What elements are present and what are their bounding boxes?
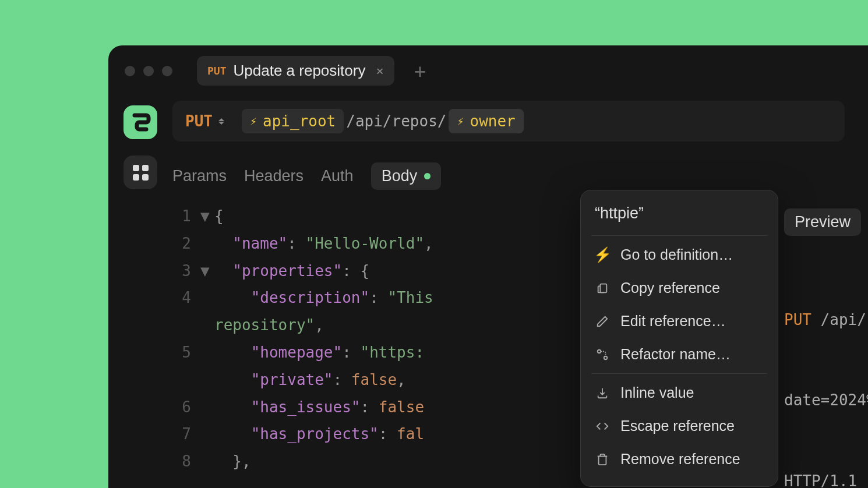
- menu-copy-reference[interactable]: Copy reference: [581, 271, 778, 305]
- line-number: 7: [172, 420, 200, 448]
- line-number: 5: [172, 339, 200, 366]
- titlebar: PUT Update a repository × +: [108, 45, 868, 96]
- tab-title: Update a repository: [234, 62, 366, 80]
- minimize-window[interactable]: [143, 66, 154, 76]
- menu-label: Go to definition…: [620, 246, 733, 263]
- line-number: 8: [172, 448, 200, 475]
- request-tabs: Params Headers Auth Body: [172, 162, 868, 190]
- tab-method-badge: PUT: [207, 65, 227, 77]
- context-menu: “httpie” ⚡ Go to definition… Copy refere…: [580, 190, 778, 487]
- menu-label: Escape reference: [620, 418, 735, 434]
- maximize-window[interactable]: [162, 66, 172, 76]
- download-icon: [595, 386, 610, 401]
- chevron-updown-icon: [218, 118, 224, 125]
- menu-inline-value[interactable]: Inline value: [581, 376, 778, 409]
- variable-chip-api-root[interactable]: ⚡ api_root: [242, 109, 344, 133]
- close-tab-icon[interactable]: ×: [376, 63, 383, 78]
- request-tab[interactable]: PUT Update a repository ×: [197, 56, 394, 86]
- divider: [591, 235, 767, 236]
- method-label: PUT: [185, 112, 213, 130]
- menu-label: Refactor name…: [620, 346, 731, 363]
- url-input[interactable]: ⚡ api_root /api/repos/ ⚡ owner: [242, 109, 524, 133]
- app-logo[interactable]: [124, 105, 157, 139]
- tab-preview[interactable]: Preview: [784, 208, 861, 236]
- svg-point-2: [604, 356, 608, 359]
- preview-content: PUT /api/repos/oc date=2024%2F05%2F HTTP…: [784, 252, 868, 488]
- tab-params[interactable]: Params: [172, 167, 227, 185]
- collections-button[interactable]: [124, 155, 157, 189]
- fold-icon[interactable]: ▼: [200, 203, 214, 230]
- context-menu-title: “httpie”: [581, 201, 778, 233]
- app-window: PUT Update a repository × + PUT: [108, 45, 868, 488]
- line-number: 1: [172, 203, 200, 230]
- url-bar[interactable]: PUT ⚡ api_root /api/repos/ ⚡ owner: [172, 101, 845, 142]
- preview-tabs: Preview Transactions: [784, 208, 868, 236]
- line-number: 2: [172, 230, 200, 257]
- line-number: 3: [172, 257, 200, 285]
- close-window[interactable]: [125, 66, 135, 76]
- add-tab-button[interactable]: +: [414, 59, 426, 83]
- tab-body-label: Body: [382, 167, 418, 185]
- variable-name: owner: [470, 112, 515, 130]
- menu-label: Copy reference: [620, 280, 720, 296]
- menu-label: Edit reference…: [620, 313, 726, 330]
- tab-headers[interactable]: Headers: [244, 167, 304, 185]
- trash-icon: [595, 452, 610, 467]
- tab-body[interactable]: Body: [371, 162, 442, 190]
- svg-point-1: [598, 349, 601, 353]
- grid-icon: [133, 165, 149, 181]
- menu-refactor-name[interactable]: Refactor name…: [581, 338, 778, 371]
- bolt-icon: ⚡: [457, 114, 464, 128]
- bolt-icon: ⚡: [595, 247, 610, 263]
- menu-escape-reference[interactable]: Escape reference: [581, 409, 778, 443]
- httpie-logo-icon: [130, 112, 151, 133]
- traffic-lights: [125, 66, 172, 76]
- preview-panel: Preview Transactions PUT /api/repos/oc d…: [784, 208, 868, 488]
- menu-edit-reference[interactable]: Edit reference…: [581, 305, 778, 338]
- clipboard-icon: [595, 281, 610, 296]
- menu-label: Inline value: [620, 384, 694, 401]
- pencil-icon: [595, 314, 610, 329]
- url-path-text: /api/repos/: [346, 112, 446, 130]
- menu-go-to-definition[interactable]: ⚡ Go to definition…: [581, 238, 778, 271]
- svg-rect-0: [600, 284, 606, 292]
- divider: [591, 373, 767, 374]
- bolt-icon: ⚡: [250, 114, 257, 128]
- menu-label: Remove reference: [620, 451, 740, 468]
- refactor-icon: [595, 347, 610, 362]
- line-number: 4: [172, 284, 200, 312]
- variable-name: api_root: [263, 112, 336, 130]
- modified-indicator: [424, 173, 431, 179]
- method-select[interactable]: PUT: [185, 112, 224, 130]
- menu-remove-reference[interactable]: Remove reference: [581, 443, 778, 476]
- sidebar: [108, 96, 172, 475]
- code-icon: [595, 419, 610, 434]
- variable-chip-owner[interactable]: ⚡ owner: [449, 109, 523, 133]
- line-number: 6: [172, 394, 200, 421]
- fold-icon[interactable]: ▼: [200, 257, 214, 285]
- tab-auth[interactable]: Auth: [321, 167, 354, 185]
